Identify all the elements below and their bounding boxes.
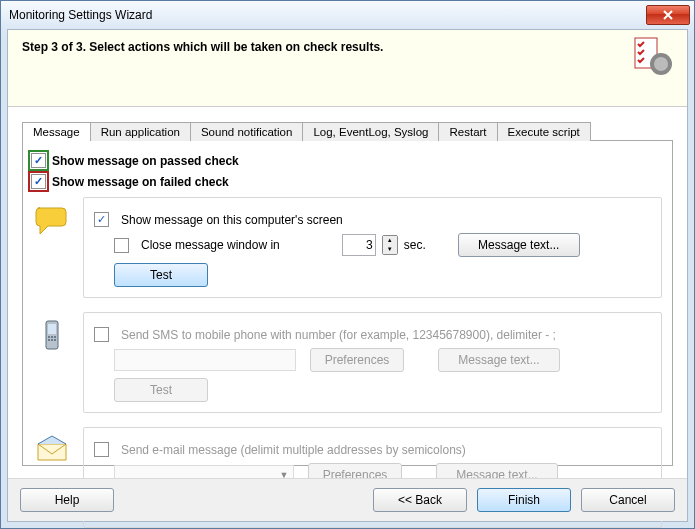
label-passed: Show message on passed check <box>52 154 239 168</box>
label-send-sms: Send SMS to mobile phone with number (fo… <box>121 328 556 342</box>
button-screen-message-text[interactable]: Message text... <box>458 233 580 257</box>
speech-bubble-icon <box>34 204 70 236</box>
svg-point-2 <box>654 57 668 71</box>
tab-message[interactable]: Message <box>22 122 91 141</box>
close-icon <box>663 10 673 20</box>
label-show-on-screen: Show message on this computer's screen <box>121 213 343 227</box>
step-banner: Step 3 of 3. Select actions which will b… <box>8 30 687 107</box>
finish-button[interactable]: Finish <box>477 488 571 512</box>
tab-execute-script[interactable]: Execute script <box>497 122 591 141</box>
client-area: Step 3 of 3. Select actions which will b… <box>7 29 688 522</box>
checkbox-failed[interactable] <box>31 174 46 189</box>
label-send-email: Send e-mail message (delimit multiple ad… <box>121 443 466 457</box>
checkbox-send-sms[interactable] <box>94 327 109 342</box>
svg-rect-10 <box>54 339 56 341</box>
back-button[interactable]: << Back <box>373 488 467 512</box>
tab-run-application[interactable]: Run application <box>90 122 191 141</box>
svg-rect-8 <box>48 339 50 341</box>
help-button[interactable]: Help <box>20 488 114 512</box>
envelope-icon <box>34 434 70 466</box>
wizard-window: Monitoring Settings Wizard Step 3 of 3. … <box>0 0 695 529</box>
tab-log[interactable]: Log, EventLog, Syslog <box>302 122 439 141</box>
checkbox-show-on-screen[interactable] <box>94 212 109 227</box>
tab-sound-notification[interactable]: Sound notification <box>190 122 303 141</box>
svg-rect-7 <box>54 336 56 338</box>
tabstrip: Message Run application Sound notificati… <box>22 122 687 141</box>
spinner-close-seconds[interactable]: ▲▼ <box>382 235 398 255</box>
svg-rect-5 <box>48 336 50 338</box>
checkbox-close-window[interactable] <box>114 238 129 253</box>
checklist-icon <box>633 36 673 76</box>
input-close-seconds[interactable] <box>342 234 376 256</box>
svg-rect-9 <box>51 339 53 341</box>
close-button[interactable] <box>646 5 690 25</box>
checkbox-passed[interactable] <box>31 153 46 168</box>
cancel-button[interactable]: Cancel <box>581 488 675 512</box>
svg-rect-4 <box>48 324 56 334</box>
label-sec: sec. <box>404 238 426 252</box>
window-title: Monitoring Settings Wizard <box>9 8 646 22</box>
group-screen-message: Show message on this computer's screen C… <box>83 197 662 298</box>
button-sms-message-text[interactable]: Message text... <box>438 348 560 372</box>
svg-rect-6 <box>51 336 53 338</box>
input-sms-number[interactable] <box>114 349 296 371</box>
button-screen-test[interactable]: Test <box>114 263 208 287</box>
tab-panel-message: Show message on passed check Show messag… <box>22 140 673 466</box>
mobile-phone-icon <box>34 319 70 351</box>
step-text: Step 3 of 3. Select actions which will b… <box>22 40 383 54</box>
titlebar: Monitoring Settings Wizard <box>1 1 694 29</box>
checkbox-send-email[interactable] <box>94 442 109 457</box>
tab-restart[interactable]: Restart <box>438 122 497 141</box>
button-sms-preferences[interactable]: Preferences <box>310 348 404 372</box>
wizard-footer: Help << Back Finish Cancel <box>8 478 687 521</box>
label-failed: Show message on failed check <box>52 175 229 189</box>
label-close-window: Close message window in <box>141 238 280 252</box>
button-sms-test[interactable]: Test <box>114 378 208 402</box>
group-sms: Send SMS to mobile phone with number (fo… <box>83 312 662 413</box>
